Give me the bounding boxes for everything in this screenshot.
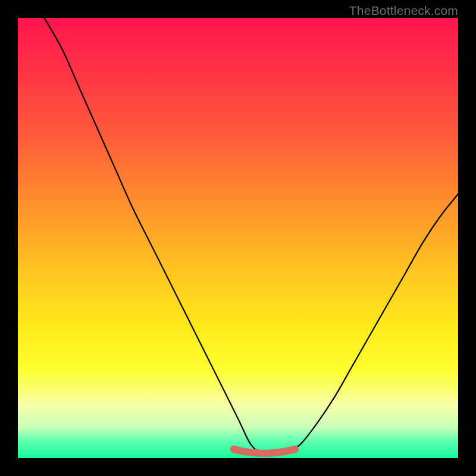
chart-frame: TheBottleneck.com — [0, 0, 476, 476]
watermark-text: TheBottleneck.com — [349, 4, 458, 18]
optimal-range-highlight — [234, 449, 296, 453]
chart-svg — [18, 18, 458, 458]
chart-plot-area — [18, 18, 458, 458]
bottleneck-curve — [44, 18, 458, 455]
